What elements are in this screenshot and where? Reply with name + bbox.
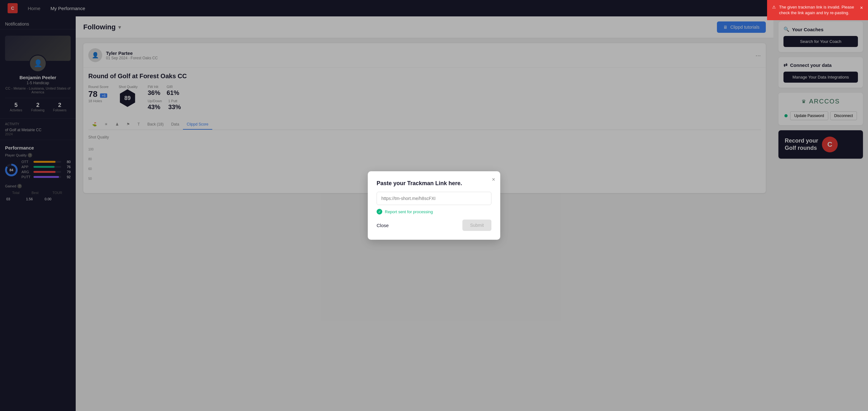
- error-toast: ⚠ The given trackman link is invalid. Pl…: [767, 0, 868, 20]
- modal-submit-button: Submit: [462, 220, 491, 231]
- success-checkmark-icon: ✓: [377, 209, 382, 215]
- modal-title: Paste your Trackman Link here.: [377, 180, 491, 187]
- warning-icon: ⚠: [772, 4, 776, 10]
- modal-footer: Close Submit: [377, 220, 491, 231]
- trackman-modal: Paste your Trackman Link here. × ✓ Repor…: [368, 171, 500, 240]
- trackman-link-input[interactable]: [377, 192, 491, 205]
- modal-close-button[interactable]: Close: [377, 223, 389, 228]
- success-text: Report sent for processing: [385, 210, 433, 214]
- modal-success-message: ✓ Report sent for processing: [377, 209, 491, 215]
- modal-close-icon[interactable]: ×: [492, 176, 495, 183]
- modal-overlay[interactable]: Paste your Trackman Link here. × ✓ Repor…: [0, 0, 868, 411]
- toast-message: The given trackman link is invalid. Plea…: [779, 4, 857, 16]
- toast-close-btn[interactable]: ×: [860, 4, 863, 11]
